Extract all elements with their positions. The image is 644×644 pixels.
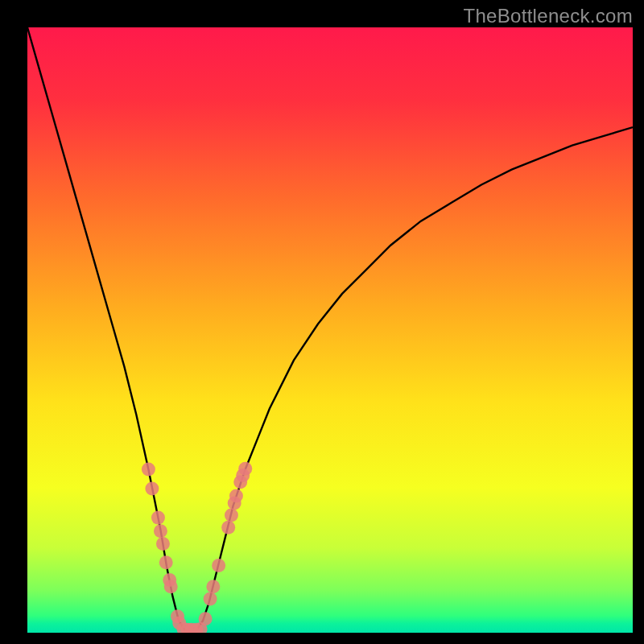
marker-point [154, 524, 167, 538]
marker-point [164, 580, 178, 593]
marker-point [159, 555, 173, 569]
plot-area [27, 27, 633, 633]
marker-point [142, 462, 155, 476]
marker-point [221, 521, 235, 535]
marker-point [156, 537, 170, 551]
marker-point [229, 489, 243, 503]
marker-point [199, 612, 213, 625]
bottleneck-curve [27, 27, 633, 633]
marker-point [151, 511, 165, 525]
chart-frame: TheBottleneck.com [0, 0, 644, 644]
curve-layer [27, 27, 633, 633]
marker-point [145, 482, 159, 496]
marker-point [212, 559, 225, 572]
marker-point [225, 509, 238, 522]
marker-point [204, 592, 217, 605]
marker-point [238, 462, 252, 476]
marker-point [206, 580, 220, 593]
watermark-text: TheBottleneck.com [463, 5, 633, 27]
sample-markers [142, 462, 252, 633]
